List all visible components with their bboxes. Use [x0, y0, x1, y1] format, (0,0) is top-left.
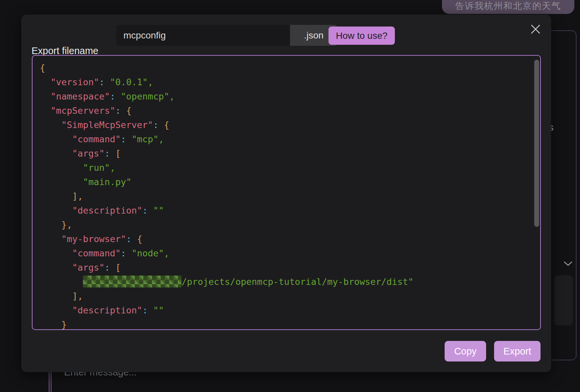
chevron-down-icon[interactable]	[564, 261, 572, 266]
export-button[interactable]: Export	[494, 341, 541, 361]
code-line: {	[40, 61, 527, 75]
code-line: "my-browser": {	[40, 232, 527, 246]
json-preview-box[interactable]: { "version": "0.0.1", "namespace": "open…	[32, 55, 541, 330]
code-line: "namespace": "openmcp",	[40, 89, 527, 103]
code-line: "main.py"	[40, 175, 527, 189]
code-line: "mcpServers": {	[40, 103, 527, 118]
code-content: { "version": "0.0.1", "namespace": "open…	[33, 56, 540, 330]
suggestion-chip-label: 告诉我杭州和北京的天气	[455, 0, 561, 12]
code-line: "description": ""	[40, 303, 527, 317]
code-line: "description": ""	[40, 203, 527, 218]
redacted-path-segment	[83, 276, 181, 288]
close-icon	[530, 23, 542, 35]
copy-button[interactable]: Copy	[445, 341, 486, 361]
scrollbar-thumb[interactable]	[534, 60, 539, 227]
code-line: "args": [	[40, 146, 527, 161]
code-line: "args": [	[40, 260, 527, 275]
code-line: ],	[40, 289, 527, 303]
code-line: "SimpleMcpServer": {	[40, 118, 527, 132]
code-line: },	[40, 218, 527, 232]
code-line: /projects/openmcp-tutorial/my-browser/di…	[40, 275, 527, 289]
how-to-use-button[interactable]: How to use?	[328, 27, 395, 45]
export-dialog-header: Export filename .json How to use?	[21, 15, 551, 61]
background-side-panel	[554, 275, 573, 325]
export-dialog: Export filename .json How to use? { "ver…	[21, 15, 551, 372]
filename-input[interactable]	[116, 25, 290, 46]
code-line: "command": "mcp",	[40, 132, 527, 146]
code-line: "version": "0.0.1",	[40, 75, 527, 89]
code-line: "run",	[40, 161, 527, 175]
code-line: }	[40, 317, 527, 330]
code-line: ],	[40, 189, 527, 203]
close-button[interactable]	[530, 23, 542, 35]
filename-input-group: .json	[116, 25, 337, 46]
suggestion-chip[interactable]: 告诉我杭州和北京的天气	[442, 0, 574, 14]
code-line: "command": "node",	[40, 246, 527, 260]
